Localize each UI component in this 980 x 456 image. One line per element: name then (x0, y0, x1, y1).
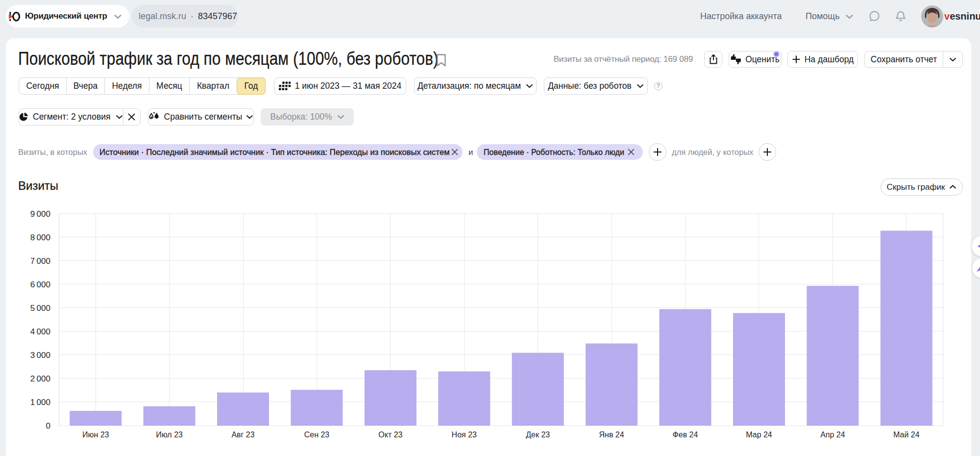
svg-text:Мар 24: Мар 24 (746, 431, 772, 439)
svg-text:Авг 23: Авг 23 (231, 431, 254, 439)
svg-text:7 000: 7 000 (30, 256, 50, 266)
svg-text:Дек 23: Дек 23 (526, 431, 550, 439)
svg-text:Июл 23: Июл 23 (156, 431, 183, 439)
svg-text:Янв 24: Янв 24 (599, 431, 624, 439)
svg-text:Окт 23: Окт 23 (378, 431, 402, 439)
svg-text:Ноя 23: Ноя 23 (452, 431, 477, 439)
svg-text:8 000: 8 000 (30, 233, 50, 242)
svg-text:6 000: 6 000 (30, 280, 50, 289)
svg-text:3 000: 3 000 (30, 351, 50, 360)
svg-text:1 000: 1 000 (30, 398, 50, 407)
svg-text:5 000: 5 000 (30, 304, 50, 313)
svg-text:9 000: 9 000 (30, 209, 50, 219)
svg-text:Сен 23: Сен 23 (304, 431, 330, 439)
svg-text:Фев 24: Фев 24 (673, 431, 698, 439)
svg-text:4 000: 4 000 (30, 327, 50, 336)
svg-text:2 000: 2 000 (30, 374, 50, 383)
svg-text:0: 0 (46, 421, 50, 431)
svg-text:Май 24: Май 24 (893, 431, 920, 439)
svg-text:Июн 23: Июн 23 (82, 431, 109, 439)
svg-text:Апр 24: Апр 24 (820, 431, 845, 439)
